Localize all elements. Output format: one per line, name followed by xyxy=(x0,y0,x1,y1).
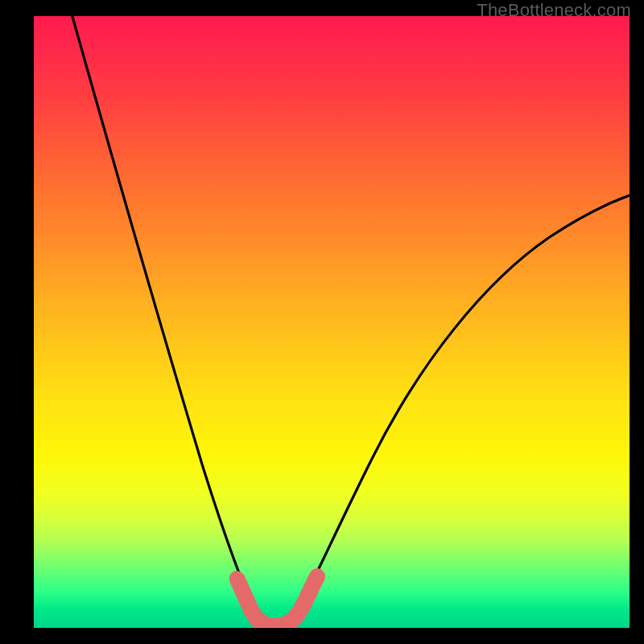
svg-point-10 xyxy=(310,571,324,585)
left-curve xyxy=(70,16,262,625)
svg-point-1 xyxy=(236,585,250,600)
svg-point-0 xyxy=(229,571,244,585)
plot-area xyxy=(34,16,630,628)
svg-point-8 xyxy=(297,598,312,613)
svg-point-9 xyxy=(303,585,318,600)
svg-point-7 xyxy=(289,611,303,625)
chart-frame: TheBottleneck.com xyxy=(0,0,644,644)
marker-dots xyxy=(229,571,324,628)
curve-overlay xyxy=(34,16,630,628)
right-curve xyxy=(290,195,630,625)
watermark-text: TheBottleneck.com xyxy=(477,0,631,21)
